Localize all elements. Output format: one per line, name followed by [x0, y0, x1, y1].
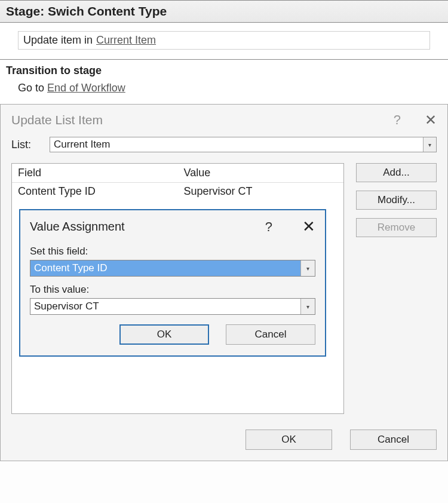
- chevron-down-icon[interactable]: ▾: [300, 299, 315, 314]
- to-value-label: To this value:: [30, 281, 315, 298]
- set-field-label: Set this field:: [30, 243, 315, 260]
- stage-name: Swich Content Type: [48, 4, 167, 18]
- stage-header: Stage: Swich Content Type: [0, 0, 448, 23]
- dialog-footer: OK Cancel: [1, 424, 447, 461]
- chevron-down-icon[interactable]: ▾: [423, 137, 436, 152]
- help-icon[interactable]: ?: [265, 219, 272, 235]
- remove-button: Remove: [356, 218, 437, 237]
- goto-prefix: Go to: [18, 82, 44, 94]
- fields-grid: Field Value Content Type ID Supervisor C…: [11, 163, 344, 414]
- value-dialog-titlebar: Value Assignment ? ✕: [20, 210, 325, 243]
- list-select[interactable]: Current Item ▾: [50, 137, 437, 152]
- row-field: Content Type ID: [12, 183, 178, 200]
- column-field: Field: [12, 164, 178, 182]
- list-label: List:: [11, 139, 41, 151]
- goto-link-end-of-workflow[interactable]: End of Workflow: [47, 82, 125, 94]
- list-select-value: Current Item: [50, 137, 423, 152]
- update-list-item-dialog: Update List Item ? ✕ List: Current Item …: [0, 104, 448, 461]
- value-dialog-title: Value Assignment: [30, 220, 125, 234]
- row-value: Supervisor CT: [178, 183, 344, 200]
- cancel-button[interactable]: Cancel: [226, 324, 315, 345]
- grid-header: Field Value: [12, 164, 343, 183]
- modify-button[interactable]: Modify...: [356, 191, 437, 210]
- ok-button[interactable]: OK: [246, 430, 332, 450]
- set-field-combo[interactable]: Content Type ID ▾: [30, 260, 315, 277]
- action-prefix: Update item in: [23, 34, 93, 47]
- column-value: Value: [178, 164, 344, 182]
- to-value-value: Supervisor CT: [30, 299, 300, 314]
- value-assignment-dialog: Value Assignment ? ✕ Set this field: Con…: [19, 209, 326, 357]
- close-icon[interactable]: ✕: [302, 217, 315, 236]
- list-row: List: Current Item ▾: [11, 137, 437, 152]
- dialog-titlebar: Update List Item ? ✕: [1, 105, 447, 137]
- workflow-action[interactable]: Update item in Current Item: [18, 31, 430, 50]
- set-field-value: Content Type ID: [30, 260, 300, 276]
- transition-body: Go to End of Workflow: [0, 78, 448, 104]
- dialog-title: Update List Item: [11, 113, 103, 127]
- close-icon[interactable]: ✕: [425, 112, 437, 128]
- stage-prefix: Stage:: [6, 4, 44, 18]
- side-buttons: Add... Modify... Remove: [356, 163, 437, 237]
- stage-body: Update item in Current Item: [0, 23, 448, 59]
- to-value-combo[interactable]: Supervisor CT ▾: [30, 298, 315, 315]
- action-link-current-item[interactable]: Current Item: [96, 34, 156, 47]
- ok-button[interactable]: OK: [119, 324, 209, 345]
- cancel-button[interactable]: Cancel: [350, 430, 437, 450]
- help-icon[interactable]: ?: [394, 112, 401, 128]
- chevron-down-icon[interactable]: ▾: [300, 260, 315, 276]
- add-button[interactable]: Add...: [356, 163, 437, 182]
- table-row[interactable]: Content Type ID Supervisor CT: [12, 183, 343, 200]
- transition-heading: Transition to stage: [0, 59, 448, 78]
